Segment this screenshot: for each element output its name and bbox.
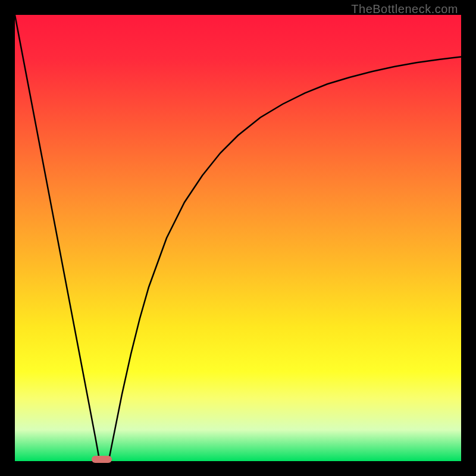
minimum-marker — [92, 456, 112, 463]
chart-frame: TheBottleneck.com — [0, 0, 476, 476]
curve-line — [15, 15, 461, 461]
attribution-text: TheBottleneck.com — [351, 2, 458, 16]
bottleneck-curve — [15, 15, 461, 461]
plot-area — [15, 15, 461, 461]
